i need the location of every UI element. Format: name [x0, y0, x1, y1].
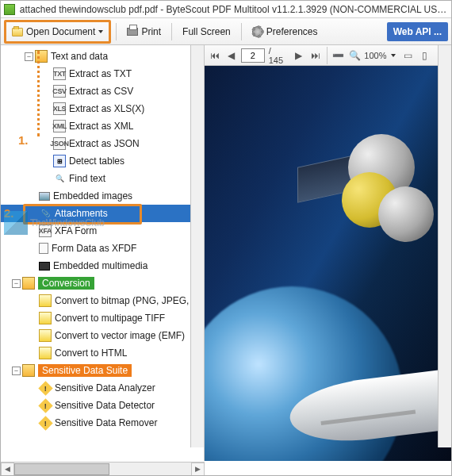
tree-item-extract-json[interactable]: JSON Extract as JSON: [1, 135, 204, 152]
convert-icon: [39, 312, 52, 324]
scroll-right-button[interactable]: ▶: [191, 463, 205, 476]
print-button[interactable]: Print: [121, 21, 167, 42]
tree-item-embedded-multimedia[interactable]: Embedded multimedia: [1, 257, 204, 274]
tree-item-extract-xls[interactable]: XLS Extract as XLS(X): [1, 100, 204, 117]
tree-item-embedded-images[interactable]: Embedded images: [1, 187, 204, 205]
preferences-button[interactable]: Preferences: [247, 21, 324, 42]
form-icon: [39, 243, 48, 254]
open-document-highlight: Open Document: [4, 20, 111, 44]
item-label: Sensitive Data Remover: [55, 417, 157, 428]
web-api-button[interactable]: Web API ...: [387, 22, 448, 41]
item-label: XFA Form: [55, 225, 97, 236]
annotation-number-1: 1.: [18, 133, 29, 147]
tree-item-convert-vector[interactable]: Convert to vector image (EMF): [1, 327, 204, 344]
item-label: Extract as TXT: [69, 68, 132, 79]
item-label: Attachments: [55, 208, 108, 219]
full-screen-button[interactable]: Full Screen: [177, 21, 236, 42]
tree-category-sensitive-data[interactable]: − Sensitive Data Suite: [1, 362, 204, 379]
app-icon: [4, 4, 15, 15]
tree-item-extract-txt[interactable]: TXT Extract as TXT: [1, 65, 204, 83]
tree-item-xfa-form[interactable]: XFA XFA Form: [1, 222, 204, 240]
item-label: Extract as JSON: [69, 138, 140, 149]
folder-icon: [12, 28, 23, 36]
tree-item-detect-tables[interactable]: ⊞ Detect tables: [1, 152, 204, 170]
tree-item-extract-xml[interactable]: XML Extract as XML: [1, 117, 204, 135]
last-page-button[interactable]: ⏭: [308, 48, 323, 63]
collapse-icon[interactable]: −: [12, 367, 21, 375]
tree-category-text-and-data[interactable]: − Text and data: [1, 48, 204, 65]
page-total-label: / 145: [267, 46, 289, 65]
sidebar-tree: − Text and data TXT Extract as TXT CSV E…: [1, 45, 205, 461]
convert-icon: [39, 329, 52, 342]
web-api-label: Web API ...: [393, 26, 442, 37]
viewer-vertical-scrollbar[interactable]: [438, 45, 451, 447]
item-label: Find text: [69, 173, 105, 184]
tree-item-convert-bitmap[interactable]: Convert to bitmap (PNG, JPEG, .: [1, 292, 204, 309]
txt-icon: TXT: [53, 67, 66, 80]
tree-item-sensitive-detector[interactable]: ! Sensitive Data Detector: [1, 397, 204, 414]
tree-item-attachments[interactable]: 📎 Attachments: [1, 205, 204, 222]
zoom-in-button[interactable]: 🔍: [347, 48, 362, 63]
folder-open-icon: [22, 364, 35, 377]
table-icon: ⊞: [53, 155, 66, 167]
tree-item-extract-csv[interactable]: CSV Extract as CSV: [1, 83, 204, 100]
zoom-out-button[interactable]: ➖: [331, 48, 346, 63]
category-label: Conversion: [38, 277, 94, 290]
full-screen-label: Full Screen: [182, 26, 231, 37]
tree-item-sensitive-analyzer[interactable]: ! Sensitive Data Analyzer: [1, 379, 204, 397]
annotation-number-2: 2.: [4, 206, 14, 220]
tree-item-convert-tiff[interactable]: Convert to multipage TIFF: [1, 309, 204, 327]
print-label: Print: [141, 26, 161, 37]
item-label: Convert to vector image (EMF): [55, 330, 185, 341]
xml-icon: XML: [53, 120, 66, 132]
item-label: Convert to bitmap (PNG, JPEG, .: [55, 295, 194, 306]
page-canvas[interactable]: [205, 66, 451, 461]
open-document-label: Open Document: [26, 26, 95, 37]
tree-item-form-xfdf[interactable]: Form Data as XFDF: [1, 240, 204, 257]
separator: [327, 47, 328, 64]
view-mode-button-1[interactable]: ▭: [400, 48, 415, 63]
separator: [171, 23, 172, 40]
zoom-level-label: 100%: [364, 51, 386, 60]
warning-icon: !: [39, 416, 52, 429]
tree-horizontal-scrollbar[interactable]: ◀ ▶: [1, 462, 205, 475]
prev-page-button[interactable]: ◀: [224, 48, 239, 63]
tree-vertical-scrollbar[interactable]: [190, 45, 204, 447]
collapse-icon[interactable]: −: [12, 279, 21, 288]
satellite-illustration: [301, 137, 435, 248]
collapse-icon[interactable]: −: [25, 52, 33, 61]
preferences-label: Preferences: [266, 26, 318, 37]
document-viewer: ⏮ ◀ / 145 ▶ ⏭ ➖ 🔍 100% ▭ ▯ ▯: [205, 45, 451, 461]
binoculars-icon: 🔍: [53, 172, 66, 185]
view-mode-button-2[interactable]: ▯: [417, 48, 431, 63]
folder-open-icon: [22, 277, 35, 290]
chevron-down-icon: [98, 30, 103, 33]
tree-category-conversion[interactable]: − Conversion: [1, 274, 204, 292]
print-icon: [127, 28, 138, 36]
item-label: Sensitive Data Detector: [55, 400, 155, 411]
first-page-button[interactable]: ⏮: [208, 48, 222, 63]
next-page-button[interactable]: ▶: [292, 48, 306, 63]
main-toolbar: Open Document Print Full Screen Preferen…: [1, 18, 451, 45]
scroll-thumb[interactable]: [14, 463, 109, 475]
warning-icon: !: [39, 399, 52, 412]
item-label: Extract as CSV: [69, 86, 133, 97]
scroll-track[interactable]: [14, 463, 191, 476]
warning-icon: !: [39, 382, 52, 394]
xls-icon: XLS: [53, 102, 66, 115]
item-label: Extract as XLS(X): [69, 103, 144, 114]
tree-item-sensitive-remover[interactable]: ! Sensitive Data Remover: [1, 414, 204, 432]
json-icon: JSON: [53, 137, 66, 150]
tree-item-find-text[interactable]: 🔍 Find text: [1, 170, 204, 187]
image-icon: [39, 192, 50, 201]
tree-item-convert-html[interactable]: Convert to HTML: [1, 344, 204, 362]
convert-icon: [39, 294, 52, 307]
category-label: Sensitive Data Suite: [38, 364, 132, 377]
open-document-button[interactable]: Open Document: [6, 22, 109, 41]
item-label: Form Data as XFDF: [52, 243, 136, 254]
viewer-toolbar: ⏮ ◀ / 145 ▶ ⏭ ➖ 🔍 100% ▭ ▯ ▯: [205, 45, 451, 66]
scroll-left-button[interactable]: ◀: [1, 463, 14, 476]
multimedia-icon: [39, 262, 50, 271]
page-number-input[interactable]: [241, 48, 265, 63]
item-label: Sensitive Data Analyzer: [55, 382, 155, 393]
